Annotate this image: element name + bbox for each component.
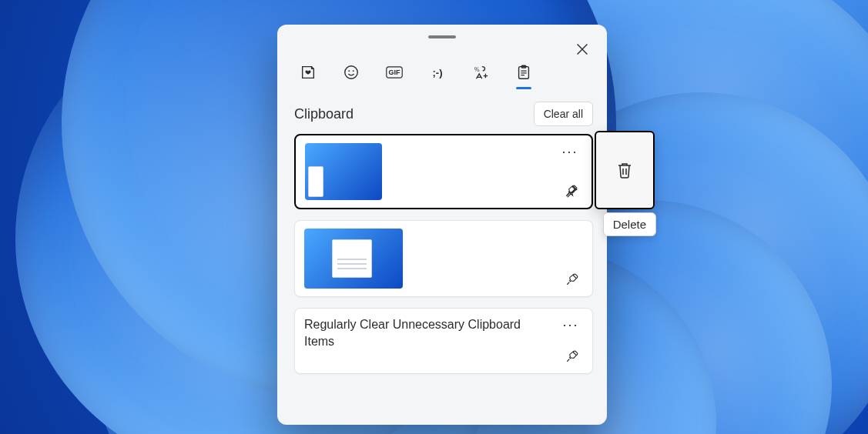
ellipsis-icon: ··· — [561, 144, 578, 160]
trash-icon — [615, 161, 634, 179]
item-pin-button[interactable] — [562, 182, 581, 200]
thumbnail-detail — [308, 166, 323, 197]
close-icon — [574, 41, 591, 58]
symbols-icon: % — [472, 64, 489, 81]
svg-point-2 — [353, 70, 354, 72]
emoji-clipboard-panel: GIF ;-) % — [277, 25, 607, 425]
tab-recent-stickers[interactable] — [297, 62, 319, 83]
svg-point-0 — [345, 66, 358, 79]
tab-gif[interactable]: GIF — [384, 62, 405, 83]
close-button[interactable] — [571, 38, 593, 60]
item-pin-button[interactable] — [563, 270, 581, 289]
delete-tooltip-label: Delete — [613, 218, 646, 231]
tab-emoji[interactable] — [340, 62, 362, 83]
delete-action-button[interactable] — [595, 131, 655, 209]
item-more-button[interactable]: ··· — [560, 316, 581, 333]
item-pin-button[interactable] — [563, 347, 581, 366]
desktop-background: GIF ;-) % — [0, 0, 868, 434]
clipboard-item[interactable]: ··· Delete — [294, 134, 593, 209]
tab-symbols[interactable]: % — [470, 62, 491, 83]
section-title: Clipboard — [294, 106, 354, 122]
pin-icon — [565, 349, 579, 363]
pin-icon — [565, 272, 579, 286]
clipboard-item[interactable]: Regularly Clear Unnecessary Clipboard It… — [294, 308, 593, 374]
pin-icon — [565, 184, 578, 198]
svg-text:%: % — [474, 66, 480, 73]
item-more-button[interactable]: ··· — [559, 143, 581, 160]
clipboard-image-thumbnail — [305, 143, 382, 200]
delete-tooltip: Delete — [603, 212, 656, 236]
clipboard-item[interactable] — [294, 220, 593, 297]
gif-label: GIF — [389, 68, 400, 76]
tab-kaomoji[interactable]: ;-) — [427, 62, 448, 83]
thumbnail-detail — [332, 239, 372, 278]
clipboard-items: ··· Delete — [294, 134, 593, 374]
clipboard-image-thumbnail — [304, 229, 403, 289]
kaomoji-label: ;-) — [433, 67, 443, 78]
clear-all-label: Clear all — [544, 108, 583, 120]
ellipsis-icon: ··· — [562, 317, 578, 333]
clipboard-text-content: Regularly Clear Unnecessary Clipboard It… — [304, 316, 581, 349]
sticker-heart-icon — [300, 64, 317, 81]
tab-clipboard[interactable] — [513, 62, 535, 83]
emoji-smile-icon — [343, 64, 360, 81]
clipboard-icon — [515, 64, 532, 81]
clipboard-section: Clipboard Clear all ··· — [277, 91, 607, 425]
category-tabs: GIF ;-) % — [277, 38, 607, 91]
clear-all-button[interactable]: Clear all — [534, 102, 593, 126]
svg-point-1 — [348, 70, 350, 72]
